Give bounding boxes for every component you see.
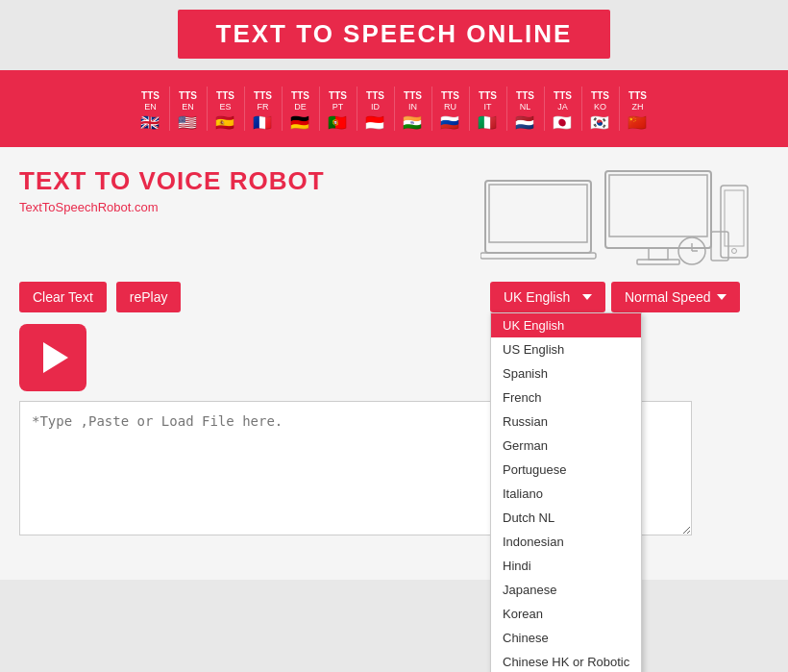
replay-button[interactable]: rePlay	[116, 282, 182, 312]
left-section: TEXT TO VOICE ROBOT TextToSpeechRobot.co…	[19, 166, 480, 234]
nav-lang-code: DE	[294, 102, 307, 112]
language-option[interactable]: Hindi	[491, 554, 641, 578]
nav-tts-label: TTS	[404, 90, 422, 102]
language-option[interactable]: Korean	[491, 602, 641, 626]
nav-tts-label: TTS	[179, 90, 197, 102]
language-option[interactable]: German	[491, 434, 641, 458]
nav-item-ja[interactable]: TTS JA 🇯🇵	[545, 87, 582, 132]
language-option[interactable]: Chinese HK or Robotic	[491, 650, 641, 672]
language-option[interactable]: Spanish	[491, 361, 641, 386]
language-dropdown-wrapper: UK English UK EnglishUS EnglishSpanishFr…	[490, 282, 605, 312]
nav-flag: 🇮🇹	[478, 113, 499, 127]
play-button[interactable]	[19, 324, 86, 391]
language-option[interactable]: Italiano	[491, 482, 641, 506]
nav-flag: 🇬🇧	[140, 113, 161, 127]
speed-dropdown-arrow	[717, 294, 726, 300]
nav-flag: 🇩🇪	[290, 113, 311, 127]
svg-rect-5	[649, 248, 668, 260]
nav-tts-label: TTS	[141, 90, 160, 102]
nav-lang-code: RU	[444, 102, 456, 112]
header-title: TEXT TO SPEECH ONLINE	[216, 19, 573, 48]
nav-lang-code: KO	[594, 102, 606, 112]
language-option[interactable]: Dutch NL	[491, 506, 641, 530]
clear-text-button[interactable]: Clear Text	[19, 282, 107, 312]
nav-tts-label: TTS	[291, 90, 309, 102]
nav-tts-label: TTS	[591, 90, 609, 102]
language-select-button[interactable]: UK English	[490, 282, 605, 312]
nav-lang-code: IT	[484, 102, 492, 112]
nav-flag: 🇮🇳	[403, 113, 424, 127]
nav-item-en[interactable]: TTS EN 🇺🇸	[170, 87, 208, 132]
nav-item-zh[interactable]: TTS ZH 🇨🇳	[620, 87, 656, 132]
speed-dropdown-wrapper: Normal Speed	[611, 282, 740, 312]
header-banner: TEXT TO SPEECH ONLINE	[0, 0, 788, 70]
nav-lang-code: PT	[332, 102, 344, 112]
play-icon	[43, 342, 68, 373]
site-url: TextToSpeechRobot.com	[19, 200, 480, 214]
language-option[interactable]: Russian	[491, 410, 641, 434]
main-content: TEXT TO VOICE ROBOT TextToSpeechRobot.co…	[0, 147, 788, 580]
language-option[interactable]: Chinese	[491, 626, 641, 650]
language-dropdown-arrow	[582, 294, 592, 300]
nav-flag: 🇫🇷	[253, 113, 274, 127]
nav-flag: 🇳🇱	[515, 113, 536, 127]
nav-tts-label: TTS	[628, 90, 647, 102]
svg-rect-1	[489, 185, 587, 242]
language-dropdown-menu: UK EnglishUS EnglishSpanishFrenchRussian…	[490, 312, 642, 672]
svg-rect-6	[637, 260, 679, 264]
nav-flag: 🇺🇸	[178, 113, 199, 127]
language-option[interactable]: Japanese	[491, 578, 641, 602]
nav-item-es[interactable]: TTS ES 🇪🇸	[208, 87, 245, 132]
nav-item-id[interactable]: TTS ID 🇮🇩	[357, 87, 395, 132]
nav-bar: TTS EN 🇬🇧 TTS EN 🇺🇸 TTS ES 🇪🇸 TTS FR 🇫🇷 …	[0, 70, 788, 147]
nav-lang-code: ZH	[632, 102, 644, 112]
controls-row: Clear Text rePlay UK English UK EnglishU…	[19, 282, 769, 312]
nav-item-in[interactable]: TTS IN 🇮🇳	[395, 87, 432, 132]
nav-item-ko[interactable]: TTS KO 🇰🇷	[582, 87, 620, 132]
nav-flag: 🇷🇺	[440, 113, 461, 127]
nav-tts-label: TTS	[254, 90, 272, 102]
nav-flag: 🇮🇩	[365, 113, 386, 127]
nav-item-nl[interactable]: TTS NL 🇳🇱	[507, 87, 545, 132]
nav-item-fr[interactable]: TTS FR 🇫🇷	[245, 87, 283, 132]
speed-selected-label: Normal Speed	[625, 289, 711, 305]
devices-illustration	[480, 166, 759, 272]
nav-lang-code: EN	[144, 102, 157, 112]
svg-rect-4	[609, 175, 707, 236]
nav-tts-label: TTS	[441, 90, 459, 102]
nav-lang-code: IN	[408, 102, 417, 112]
nav-tts-label: TTS	[216, 90, 234, 102]
nav-flag: 🇪🇸	[215, 113, 236, 127]
nav-tts-label: TTS	[329, 90, 347, 102]
nav-item-de[interactable]: TTS DE 🇩🇪	[283, 87, 320, 132]
speed-select-button[interactable]: Normal Speed	[611, 282, 740, 312]
nav-tts-label: TTS	[516, 90, 534, 102]
nav-lang-code: ID	[371, 102, 380, 112]
nav-item-en[interactable]: TTS EN 🇬🇧	[133, 87, 170, 132]
language-option[interactable]: Portuguese	[491, 458, 641, 482]
svg-rect-8	[725, 190, 744, 246]
nav-lang-code: JA	[557, 102, 568, 112]
nav-item-it[interactable]: TTS IT 🇮🇹	[470, 87, 507, 132]
site-title: TEXT TO VOICE ROBOT	[19, 166, 480, 196]
nav-item-pt[interactable]: TTS PT 🇵🇹	[320, 87, 357, 132]
nav-flag: 🇯🇵	[553, 113, 574, 127]
nav-tts-label: TTS	[554, 90, 572, 102]
language-option[interactable]: Indonesian	[491, 530, 641, 554]
svg-point-9	[732, 249, 737, 254]
nav-lang-code: ES	[219, 102, 231, 112]
device-icons	[480, 166, 759, 272]
play-button-wrapper	[19, 324, 769, 391]
header-title-box: TEXT TO SPEECH ONLINE	[178, 10, 611, 59]
nav-lang-code: EN	[182, 102, 194, 112]
nav-flag: 🇰🇷	[590, 113, 611, 127]
nav-flag: 🇨🇳	[628, 113, 649, 127]
dropdowns-area: UK English UK EnglishUS EnglishSpanishFr…	[490, 282, 740, 312]
nav-tts-label: TTS	[366, 90, 384, 102]
language-option[interactable]: UK English	[491, 313, 641, 337]
language-option[interactable]: US English	[491, 337, 641, 361]
language-option[interactable]: French	[491, 386, 641, 410]
nav-flag: 🇵🇹	[328, 113, 349, 127]
nav-tts-label: TTS	[479, 90, 497, 102]
nav-item-ru[interactable]: TTS RU 🇷🇺	[432, 87, 470, 132]
